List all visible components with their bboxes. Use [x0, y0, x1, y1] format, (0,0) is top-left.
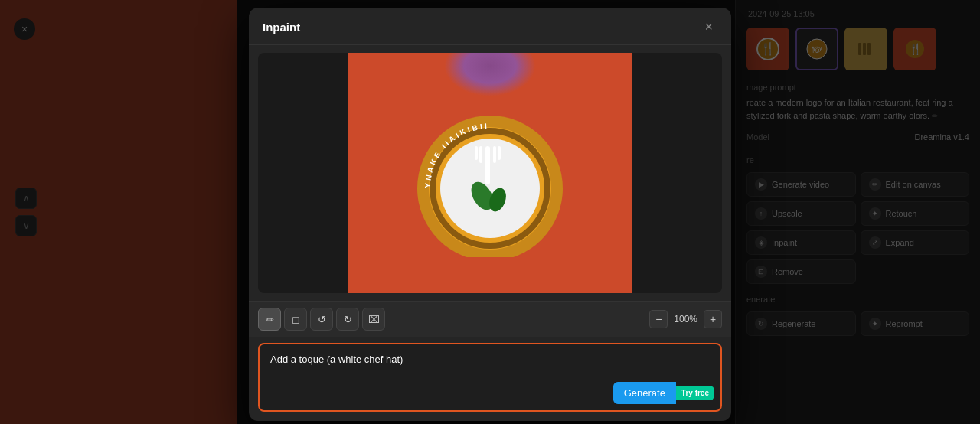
redo-button[interactable]: ↻	[336, 308, 359, 331]
svg-rect-17	[493, 146, 496, 163]
svg-rect-16	[479, 146, 482, 163]
inpaint-prompt-input[interactable]	[270, 354, 710, 377]
lasso-icon: ⌧	[368, 314, 380, 325]
modal-title: Inpaint	[263, 21, 300, 34]
zoom-out-button[interactable]: −	[649, 310, 668, 328]
brush-tool-button[interactable]: ✏	[258, 308, 281, 331]
svg-rect-18	[475, 146, 478, 160]
generate-button[interactable]: Generate	[613, 382, 676, 404]
generate-btn-row: Generate Try free	[613, 382, 714, 404]
restaurant-logo: YNAKE IIAIKIBII	[406, 89, 574, 257]
prompt-area: Generate Try free	[258, 343, 722, 412]
eraser-tool-button[interactable]: ◻	[284, 308, 307, 331]
modal-image-area: YNAKE IIAIKIBII	[258, 53, 722, 293]
image-toolbar: ✏ ◻ ↺ ↻ ⌧ − 100% +	[249, 301, 731, 337]
modal-overlay: Inpaint ×	[0, 0, 980, 424]
zoom-value: 100%	[674, 314, 697, 325]
inpaint-modal: Inpaint ×	[249, 8, 731, 421]
lasso-tool-button[interactable]: ⌧	[362, 308, 385, 331]
eraser-icon: ◻	[292, 314, 300, 325]
undo-icon: ↺	[318, 314, 326, 325]
zoom-in-button[interactable]: +	[704, 310, 722, 328]
modal-header: Inpaint ×	[249, 8, 731, 45]
modal-close-button[interactable]: ×	[700, 18, 717, 35]
brush-icon: ✏	[266, 314, 274, 325]
logo-background: YNAKE IIAIKIBII	[348, 53, 632, 293]
svg-rect-19	[498, 146, 501, 160]
undo-button[interactable]: ↺	[310, 308, 333, 331]
toolbar-tools: ✏ ◻ ↺ ↻ ⌧	[258, 308, 385, 331]
svg-rect-15	[485, 146, 490, 184]
try-free-badge[interactable]: Try free	[676, 386, 714, 400]
redo-icon: ↻	[344, 314, 352, 325]
zoom-control: − 100% +	[649, 310, 722, 328]
